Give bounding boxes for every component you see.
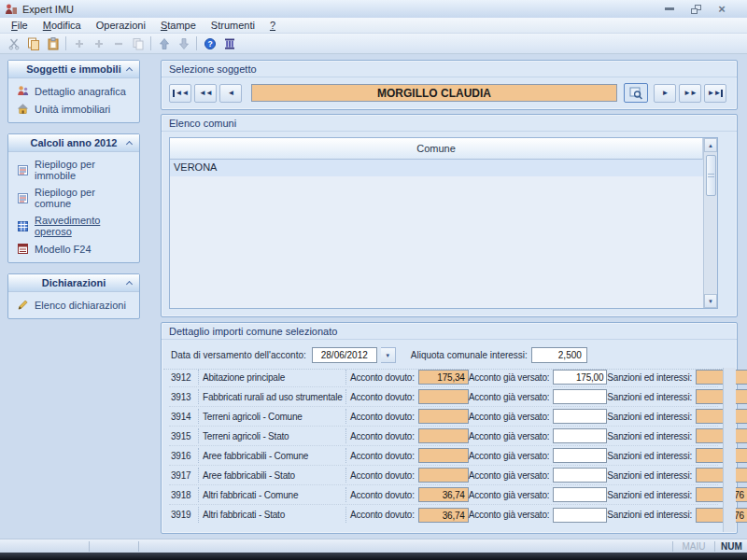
restore-button[interactable] <box>686 3 705 15</box>
acconto-dovuto-label: Acconto dovuto: <box>350 392 415 402</box>
comuni-scrollbar[interactable]: ▲ ▼ <box>703 138 717 308</box>
fast-prev-record-button[interactable]: ◄◄ <box>194 84 217 103</box>
column-separator <box>198 409 199 424</box>
scroll-down-icon[interactable]: ▼ <box>704 294 717 308</box>
acconto-versato-field[interactable]: 175,00 <box>553 370 607 385</box>
sidebar-item-dettaglio-anagrafica[interactable]: Dettaglio anagrafica <box>12 84 135 98</box>
scroll-up-icon[interactable]: ▲ <box>704 138 717 152</box>
next-record-button[interactable]: ► <box>654 84 676 103</box>
copy-icon[interactable] <box>23 35 43 52</box>
sidebar-item-modello-f24[interactable]: Modello F24 <box>12 242 135 256</box>
sidebar-item-ravvedimento-operoso[interactable]: Ravvedimento operoso <box>12 214 135 238</box>
sanzioni-interessi-field[interactable] <box>696 428 747 443</box>
comune-column-header[interactable]: Comune <box>170 138 703 160</box>
acconto-versato-field[interactable] <box>553 409 607 424</box>
sidebar-item-riepilogo-immobile[interactable]: Riepilogo per immobile <box>12 158 135 182</box>
sidebar-group-title: Soggetti e immobili <box>26 63 120 75</box>
add-icon[interactable] <box>69 35 89 52</box>
menu-modifica[interactable]: Modifica <box>35 18 89 33</box>
pencil-icon <box>16 299 29 311</box>
sanzioni-interessi-field[interactable] <box>696 409 747 424</box>
first-record-button[interactable]: ◄◄ <box>169 84 191 103</box>
sidebar-item-label: Riepilogo per immobile <box>35 159 132 181</box>
sanzioni-interessi-field[interactable]: 0,76 <box>696 508 747 523</box>
move-up-icon[interactable] <box>154 35 174 52</box>
acconto-dovuto-field[interactable]: 36,74 <box>418 487 469 502</box>
search-subject-button[interactable] <box>624 83 648 103</box>
tax-description: Terreni agricoli - Comune <box>203 412 343 422</box>
status-divider <box>138 541 139 552</box>
acconto-versato-field[interactable] <box>553 487 607 502</box>
comune-row-selected[interactable]: VERONA <box>170 160 703 176</box>
tax-code: 3912 <box>169 372 195 383</box>
column-separator <box>345 389 346 404</box>
detail-scrollbar[interactable] <box>723 368 736 532</box>
menu-operazioni[interactable]: Operazioni <box>89 18 153 33</box>
sanzioni-interessi-field[interactable] <box>696 468 747 483</box>
exit-icon[interactable] <box>219 35 239 52</box>
form-icon <box>16 243 29 255</box>
acconto-dovuto-field[interactable] <box>418 448 469 463</box>
sanzioni-interessi-field[interactable] <box>696 448 747 463</box>
fast-next-record-button[interactable]: ►► <box>679 84 701 103</box>
acconto-versato-field[interactable] <box>553 389 607 404</box>
sidebar-group-header[interactable]: Dichiarazioni <box>8 274 139 292</box>
acconto-dovuto-field[interactable] <box>418 428 469 443</box>
collapse-chevron-icon[interactable] <box>126 141 133 147</box>
collapse-chevron-icon[interactable] <box>126 281 133 287</box>
payment-date-combo[interactable]: 28/06/2012 <box>312 347 377 363</box>
column-separator <box>198 487 199 502</box>
acconto-dovuto-field[interactable]: 175,34 <box>418 370 469 385</box>
scrollbar-thumb[interactable] <box>706 155 716 196</box>
sanzioni-interessi-field[interactable] <box>696 389 747 404</box>
acconto-dovuto-field[interactable]: 36,74 <box>418 508 469 523</box>
sanzioni-interessi-field[interactable] <box>696 370 747 385</box>
move-down-icon[interactable] <box>174 35 193 52</box>
cut-icon[interactable] <box>4 35 23 52</box>
acconto-dovuto-field[interactable] <box>418 409 469 424</box>
tax-code: 3918 <box>169 490 195 500</box>
sidebar-item-label: Elenco dichiarazioni <box>35 300 126 311</box>
sanzioni-interessi-field[interactable]: 0,76 <box>696 487 747 502</box>
collapse-chevron-icon[interactable] <box>126 67 133 74</box>
insert-icon[interactable] <box>89 35 108 52</box>
paste-icon[interactable] <box>43 35 63 52</box>
window-bottom-edge <box>0 553 747 560</box>
menu-strumenti[interactable]: Strumenti <box>204 18 262 33</box>
minimize-button[interactable] <box>660 3 679 15</box>
detail-row: 3914 Terreni agricoli - Comune Acconto d… <box>169 407 718 427</box>
combo-dropdown-button[interactable]: ▼ <box>381 347 396 363</box>
subject-name-field[interactable]: MORGILLO CLAUDIA <box>251 84 617 102</box>
remove-icon[interactable] <box>108 35 128 52</box>
acconto-versato-field[interactable] <box>553 448 607 463</box>
interest-rate-field[interactable]: 2,500 <box>531 347 587 363</box>
acconto-versato-field[interactable] <box>553 428 607 443</box>
num-lock-indicator: NUM <box>715 541 747 552</box>
main-area: Soggetti e immobili Dettaglio anagrafica <box>0 54 747 539</box>
column-separator <box>345 370 346 385</box>
tax-description: Aree fabbricabili - Comune <box>203 451 343 461</box>
acconto-versato-field[interactable] <box>553 468 607 483</box>
acconto-dovuto-field[interactable] <box>418 468 469 483</box>
acconto-dovuto-field[interactable] <box>418 389 469 404</box>
duplicate-icon[interactable] <box>128 35 148 52</box>
menu-help[interactable]: ? <box>262 18 283 33</box>
sidebar-group-header[interactable]: Calcoli anno 2012 <box>8 134 139 152</box>
acconto-dovuto-label: Acconto dovuto: <box>350 372 415 383</box>
sidebar-item-riepilogo-comune[interactable]: Riepilogo per comune <box>12 186 135 210</box>
column-separator <box>198 448 199 463</box>
menu-stampe[interactable]: Stampe <box>153 18 204 33</box>
acconto-versato-field[interactable] <box>553 508 607 523</box>
payment-date-label: Data di versamento dell'acconto: <box>171 350 306 360</box>
sidebar-item-unita-immobiliari[interactable]: Unità immobiliari <box>12 102 135 116</box>
tax-code: 3916 <box>169 451 195 461</box>
tax-description: Terreni agricoli - Stato <box>203 431 343 441</box>
menu-file[interactable]: File <box>4 18 35 33</box>
last-record-button[interactable]: ►► <box>704 84 726 103</box>
sidebar-group-header[interactable]: Soggetti e immobili <box>8 61 139 78</box>
prev-record-button[interactable]: ◄ <box>219 84 242 103</box>
help-icon[interactable]: ? <box>200 35 219 52</box>
close-button[interactable]: × <box>712 3 731 15</box>
sidebar-item-elenco-dichiarazioni[interactable]: Elenco dichiarazioni <box>12 298 135 312</box>
detail-row: 3913 Fabbricati rurali ad uso strumental… <box>169 387 718 407</box>
